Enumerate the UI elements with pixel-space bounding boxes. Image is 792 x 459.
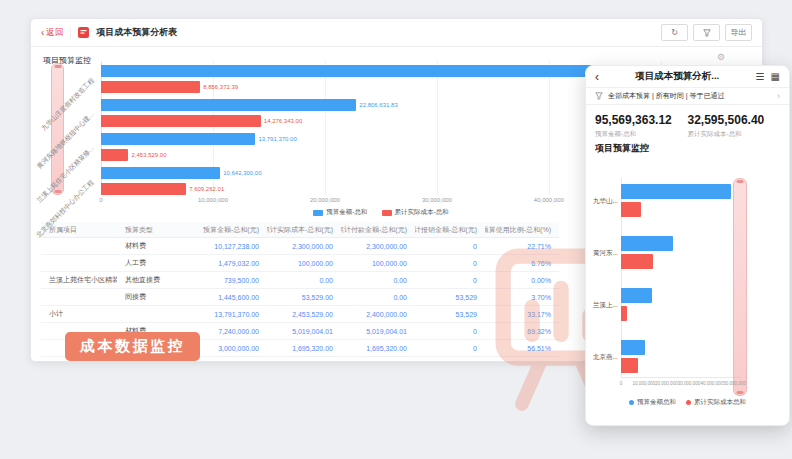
bar-budget[interactable] — [101, 99, 356, 111]
mobile-bar-actual-cost[interactable] — [621, 202, 641, 217]
mobile-x-axis — [621, 377, 741, 378]
mobile-bar-actual-cost[interactable] — [621, 306, 627, 321]
mobile-bar-budget[interactable] — [621, 288, 652, 303]
mobile-x-axis-tick: 0 — [620, 381, 623, 386]
cell-value: 1,479,032.00 — [195, 255, 267, 271]
bar-value-label: 14,276,343.00 — [264, 115, 302, 127]
mobile-funnel-icon — [595, 92, 603, 100]
mobile-category-label: 北京燕... — [593, 352, 620, 361]
x-axis-tick: 30,000,000 — [422, 197, 452, 203]
mobile-chart-legend: 预算金额总和 累计实际成本总和 — [586, 398, 789, 407]
mobile-bar-budget[interactable] — [621, 236, 673, 251]
mobile-chart-zoom-slider[interactable] — [733, 178, 747, 396]
mobile-bar-budget[interactable] — [621, 340, 645, 355]
gridline — [437, 61, 438, 195]
cell-value: 53,529.00 — [267, 289, 341, 305]
cell-value: 1,695,320.00 — [267, 340, 341, 356]
cell-budget-type: 人工费 — [117, 255, 195, 271]
mobile-back-icon[interactable]: ‹ — [595, 72, 599, 82]
cell-value: 0.00 — [267, 272, 341, 288]
mobile-stats: 95,569,363.12 预算金额-总和 32,595,506.40 累计实际… — [586, 105, 789, 141]
category-label: 黄河东路地铁枢纽中心建... — [35, 110, 96, 171]
mobile-bar-actual-cost[interactable] — [621, 358, 638, 373]
table-header-cell: 预算类型 — [117, 222, 195, 237]
cell-project: 兰溪上苑住宅小区精装修第... — [41, 272, 117, 288]
table-row[interactable]: 材料费10,127,238.002,300,000.002,300,000.00… — [41, 238, 559, 255]
stat-actual-label: 累计实际成本-总和 — [688, 130, 781, 139]
mobile-x-axis-tick: 40,000,000 — [701, 381, 724, 386]
legend-item-actual[interactable]: 累计实际成本-总和 — [382, 208, 449, 217]
mobile-x-axis-tick: 10,000,000 — [632, 381, 655, 386]
mobile-legend-dot-blue — [629, 400, 634, 405]
cell-value: 0 — [415, 238, 485, 254]
cell-value: 1,695,320.00 — [341, 340, 415, 356]
cost-monitor-badge: 成本数据监控 — [65, 332, 200, 361]
cell-value: 0 — [415, 323, 485, 339]
table-row[interactable]: 间接费1,445,600.0053,529.000.0053,5293.70% — [41, 289, 559, 306]
bar-budget[interactable] — [101, 133, 255, 145]
legend-item-budget[interactable]: 预算金额-总和 — [313, 208, 367, 217]
cell-value: 69.32% — [485, 323, 559, 339]
gear-icon[interactable]: ⚙ — [717, 52, 725, 62]
mobile-legend-label-actual: 累计实际成本总和 — [694, 398, 746, 407]
bar-actual-cost[interactable] — [101, 149, 128, 161]
filter-button[interactable] — [693, 24, 720, 41]
table-header-row: 所属项目预算类型预算金额-总和(元)累计实际成本-总和(元)累计付款金额-总和(… — [41, 222, 559, 238]
bar-actual-cost[interactable] — [101, 81, 200, 93]
stat-actual-total: 32,595,506.40 累计实际成本-总和 — [688, 113, 781, 139]
funnel-icon — [703, 29, 711, 37]
legend-swatch-blue — [313, 210, 323, 216]
stat-budget-label: 预算金额-总和 — [595, 130, 688, 139]
cell-value: 10,127,238.00 — [195, 238, 267, 254]
table-row[interactable]: 兰溪上苑住宅小区精装修第...其他直接费739,500.000.000.0000… — [41, 272, 559, 289]
export-button[interactable]: 导出 — [725, 24, 752, 41]
legend-label-actual: 累计实际成本-总和 — [395, 208, 449, 217]
table-row[interactable]: 人工费1,479,032.00100,000.00100,000.0006.76… — [41, 255, 559, 272]
table-header-cell: 累计实际成本-总和(元) — [267, 222, 341, 237]
stat-budget-value: 95,569,363.12 — [595, 113, 688, 127]
mobile-category-label: 黄河东... — [593, 248, 620, 257]
mobile-bar-budget[interactable] — [621, 184, 731, 199]
cell-value: 7,240,000.00 — [195, 323, 267, 339]
grid-view-icon[interactable]: ▦ — [771, 71, 780, 82]
mobile-title: 项目成本预算分析... — [605, 70, 750, 83]
bar-value-label: 7,609,262.01 — [189, 183, 224, 195]
chart-section-title: 项目预算监控 — [43, 55, 91, 66]
mobile-legend-dot-red — [686, 400, 691, 405]
list-view-icon[interactable]: ☰ — [756, 71, 765, 82]
cell-value: 5,019,004.01 — [341, 323, 415, 339]
cell-value: 3.70% — [485, 289, 559, 305]
cell-value: 2,400,000.00 — [341, 306, 415, 322]
page-title: 项目成本预算分析表 — [96, 26, 177, 39]
mobile-bar-actual-cost[interactable] — [621, 254, 653, 269]
mobile-category-label: 九华山... — [593, 196, 620, 205]
cell-value: 5,019,004.01 — [267, 323, 341, 339]
mobile-x-axis-tick: 50,000,000 — [723, 381, 746, 386]
table-header-cell: 累计付款金额-总和(元) — [341, 222, 415, 237]
bar-value-label: 2,453,529.00 — [131, 149, 166, 161]
bar-budget[interactable] — [101, 167, 220, 179]
mobile-header: ‹ 项目成本预算分析... ☰ ▦ — [586, 66, 789, 88]
bar-actual-cost[interactable] — [101, 115, 261, 127]
table-row[interactable]: 小计13,791,370.002,453,529.002,400,000.005… — [41, 306, 559, 323]
cell-value: 56.51% — [485, 340, 559, 356]
mobile-legend-item-budget[interactable]: 预算金额总和 — [629, 398, 676, 407]
report-icon — [78, 27, 89, 38]
bar-value-label: 8,856,372.39 — [203, 81, 238, 93]
bar-actual-cost[interactable] — [101, 183, 186, 195]
back-button[interactable]: ‹ 返回 — [41, 27, 63, 39]
bar-budget[interactable] — [101, 65, 642, 77]
x-axis-tick: 40,000,000 — [534, 197, 564, 203]
mobile-filter-bar[interactable]: 全部成本预算 | 所有时间 | 等于已通过 › — [586, 88, 789, 105]
refresh-button[interactable]: ↻ — [661, 24, 688, 41]
cell-budget-type: 其他直接费 — [117, 272, 195, 288]
table-header-cell: 累计报销金额-总和(元) — [415, 222, 485, 237]
chart-legend: 预算金额-总和 累计实际成本-总和 — [101, 208, 661, 217]
cell-value: 0 — [415, 272, 485, 288]
cell-value: 739,500.00 — [195, 272, 267, 288]
topbar-divider — [70, 28, 71, 38]
cell-value: 13,791,370.00 — [195, 306, 267, 322]
mobile-legend-item-actual[interactable]: 累计实际成本总和 — [686, 398, 746, 407]
mobile-category-label: 兰溪上... — [593, 300, 620, 309]
cell-value: 0 — [415, 340, 485, 356]
